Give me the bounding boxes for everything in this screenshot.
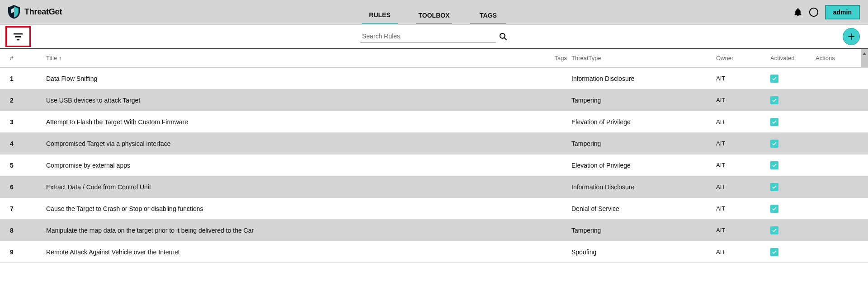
cell-threat: Elevation of Privilege bbox=[571, 162, 716, 169]
col-header-actions[interactable]: Actions bbox=[816, 55, 861, 61]
cell-owner: AIT bbox=[716, 97, 770, 103]
cell-activated bbox=[770, 226, 816, 234]
col-header-num[interactable]: # bbox=[10, 55, 46, 61]
checked-icon bbox=[770, 118, 778, 126]
cell-title: Data Flow Sniffing bbox=[46, 75, 544, 82]
table-header-row: # Title ↑ Tags ThreatType Owner Activate… bbox=[0, 49, 868, 68]
svg-point-4 bbox=[500, 33, 505, 38]
logo-shield-icon bbox=[8, 5, 20, 19]
col-header-title[interactable]: Title ↑ bbox=[46, 55, 544, 61]
toolbar bbox=[0, 24, 868, 49]
add-rule-button[interactable] bbox=[843, 28, 860, 45]
svg-rect-1 bbox=[14, 33, 23, 34]
col-header-title-label: Title bbox=[46, 55, 57, 61]
cell-threat: Information Disclosure bbox=[571, 75, 716, 82]
table-row[interactable]: 3Attempt to Flash the Target With Custom… bbox=[0, 111, 868, 133]
cell-activated bbox=[770, 75, 816, 83]
filter-button[interactable] bbox=[5, 26, 31, 47]
cell-owner: AIT bbox=[716, 183, 770, 190]
cell-threat: Denial of Service bbox=[571, 205, 716, 212]
table-row[interactable]: 2Use USB devices to attack TargetTamperi… bbox=[0, 89, 868, 111]
tab-rules[interactable]: RULES bbox=[362, 11, 398, 24]
checked-icon bbox=[770, 248, 778, 256]
table-row[interactable]: 6Extract Data / Code from Control UnitIn… bbox=[0, 176, 868, 198]
cell-num: 5 bbox=[10, 162, 46, 169]
cell-threat: Tampering bbox=[571, 97, 716, 104]
checked-icon bbox=[770, 75, 778, 83]
cell-owner: AIT bbox=[716, 75, 770, 82]
table-row[interactable]: 8Manipulate the map data on the target p… bbox=[0, 220, 868, 241]
checked-icon bbox=[770, 96, 778, 104]
cell-title: Attempt to Flash the Target With Custom … bbox=[46, 118, 544, 126]
scrollbar[interactable] bbox=[861, 49, 868, 67]
brand-name: ThreatGet bbox=[24, 7, 62, 17]
search-icon[interactable] bbox=[499, 32, 508, 41]
checked-icon bbox=[770, 183, 778, 191]
cell-title: Manipulate the map data on the target pr… bbox=[46, 227, 544, 234]
cell-title: Compromise by external apps bbox=[46, 162, 544, 169]
cell-threat: Spoofing bbox=[571, 248, 716, 256]
svg-line-5 bbox=[505, 37, 507, 40]
table-row[interactable]: 7Cause the Target to Crash or Stop or di… bbox=[0, 198, 868, 220]
cell-num: 9 bbox=[10, 248, 46, 256]
table-row[interactable]: 4Compromised Target via a physical inter… bbox=[0, 133, 868, 155]
main-tabs: RULES TOOLBOX TAGS bbox=[362, 0, 506, 24]
sort-asc-icon: ↑ bbox=[59, 55, 61, 61]
cell-threat: Tampering bbox=[571, 140, 716, 147]
cell-num: 2 bbox=[10, 97, 46, 104]
col-header-threat[interactable]: ThreatType bbox=[571, 55, 716, 61]
cell-num: 8 bbox=[10, 227, 46, 234]
cell-owner: AIT bbox=[716, 118, 770, 125]
table-row[interactable]: 5Compromise by external appsElevation of… bbox=[0, 155, 868, 176]
plus-icon bbox=[847, 33, 855, 41]
search bbox=[360, 30, 508, 43]
user-circle-icon[interactable] bbox=[809, 7, 819, 17]
cell-threat: Tampering bbox=[571, 227, 716, 234]
checked-icon bbox=[770, 140, 778, 148]
col-header-tags[interactable]: Tags bbox=[544, 55, 571, 61]
table-row[interactable]: 9Remote Attack Against Vehicle over the … bbox=[0, 241, 868, 263]
cell-activated bbox=[770, 140, 816, 148]
cell-owner: AIT bbox=[716, 248, 770, 255]
cell-owner: AIT bbox=[716, 140, 770, 147]
svg-rect-2 bbox=[15, 36, 21, 37]
bell-icon[interactable] bbox=[793, 8, 802, 17]
cell-num: 7 bbox=[10, 205, 46, 212]
cell-owner: AIT bbox=[716, 162, 770, 169]
cell-num: 1 bbox=[10, 75, 46, 82]
table-row[interactable]: 1Data Flow SniffingInformation Disclosur… bbox=[0, 68, 868, 89]
cell-title: Remote Attack Against Vehicle over the I… bbox=[46, 248, 544, 256]
checked-icon bbox=[770, 226, 778, 234]
brand: ThreatGet bbox=[8, 5, 62, 19]
tab-tags[interactable]: TAGS bbox=[470, 12, 506, 24]
topbar-right: admin bbox=[793, 5, 860, 19]
admin-button[interactable]: admin bbox=[825, 5, 860, 19]
cell-activated bbox=[770, 96, 816, 104]
cell-title: Compromised Target via a physical interf… bbox=[46, 140, 544, 147]
svg-point-0 bbox=[810, 8, 818, 16]
cell-num: 6 bbox=[10, 183, 46, 191]
cell-owner: AIT bbox=[716, 205, 770, 212]
cell-activated bbox=[770, 205, 816, 213]
checked-icon bbox=[770, 205, 778, 213]
cell-num: 3 bbox=[10, 118, 46, 126]
cell-activated bbox=[770, 183, 816, 191]
topbar: ThreatGet RULES TOOLBOX TAGS admin bbox=[0, 0, 868, 24]
cell-num: 4 bbox=[10, 140, 46, 147]
cell-threat: Information Disclosure bbox=[571, 183, 716, 191]
rules-table: # Title ↑ Tags ThreatType Owner Activate… bbox=[0, 49, 868, 263]
cell-activated bbox=[770, 161, 816, 169]
search-input[interactable] bbox=[360, 30, 496, 43]
cell-activated bbox=[770, 248, 816, 256]
svg-rect-3 bbox=[17, 39, 19, 40]
col-header-activated[interactable]: Activated bbox=[770, 55, 816, 61]
cell-activated bbox=[770, 118, 816, 126]
cell-title: Use USB devices to attack Target bbox=[46, 97, 544, 104]
cell-owner: AIT bbox=[716, 227, 770, 234]
cell-title: Cause the Target to Crash or Stop or dis… bbox=[46, 205, 544, 212]
cell-threat: Elevation of Privilege bbox=[571, 118, 716, 126]
checked-icon bbox=[770, 161, 778, 169]
col-header-owner[interactable]: Owner bbox=[716, 55, 770, 61]
tab-toolbox[interactable]: TOOLBOX bbox=[416, 12, 452, 24]
cell-title: Extract Data / Code from Control Unit bbox=[46, 183, 544, 191]
